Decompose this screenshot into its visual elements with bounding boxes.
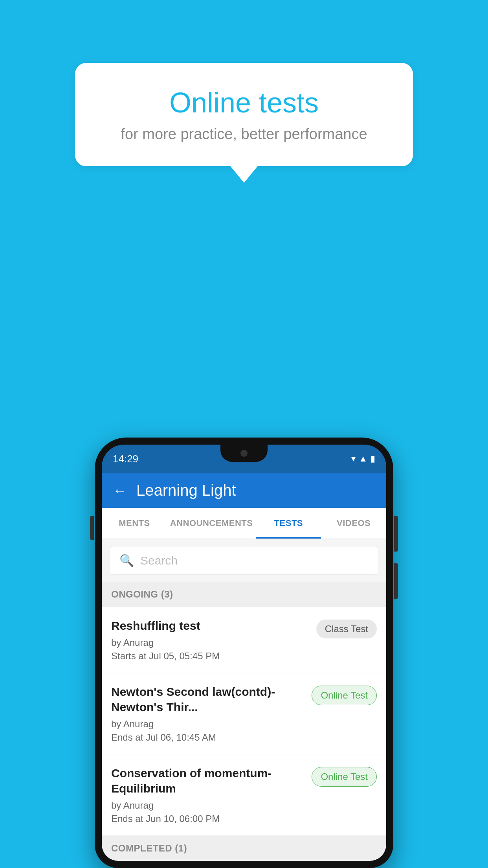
status-bar: 14:29 ▾ ▲ ▮ — [102, 445, 386, 473]
search-placeholder: Search — [140, 554, 178, 567]
test-author-3: by Anurag — [111, 800, 305, 811]
test-badge-2: Online Test — [312, 686, 377, 705]
test-item-1[interactable]: Reshuffling test by Anurag Starts at Jul… — [102, 607, 386, 673]
ongoing-section-header: ONGOING (3) — [102, 582, 386, 607]
test-name-2: Newton's Second law(contd)-Newton's Thir… — [111, 684, 305, 715]
tab-announcements[interactable]: ANNOUNCEMENTS — [167, 508, 256, 539]
speech-bubble-container: Online tests for more practice, better p… — [75, 63, 413, 166]
app-title: Learning Light — [136, 482, 236, 499]
test-badge-1: Class Test — [316, 620, 377, 638]
completed-section-header: COMPLETED (1) — [102, 836, 386, 861]
test-item-3[interactable]: Conservation of momentum-Equilibrium by … — [102, 754, 386, 836]
search-icon: 🔍 — [119, 554, 134, 567]
completed-section-title: COMPLETED (1) — [111, 843, 187, 853]
phone-notch — [220, 445, 268, 462]
test-info-1: Reshuffling test by Anurag Starts at Jul… — [111, 618, 310, 662]
test-badge-3: Online Test — [312, 767, 377, 787]
camera-dot — [240, 450, 248, 457]
wifi-icon: ▾ — [351, 454, 356, 464]
app-header: ← Learning Light — [102, 473, 386, 508]
test-name-1: Reshuffling test — [111, 618, 310, 633]
test-time-3: Ends at Jun 10, 06:00 PM — [111, 813, 305, 824]
phone-side-button-left — [90, 516, 94, 540]
test-name-3: Conservation of momentum-Equilibrium — [111, 765, 305, 796]
speech-bubble: Online tests for more practice, better p… — [75, 63, 413, 166]
phone-wrapper: 14:29 ▾ ▲ ▮ ← Learning Light MENTS — [95, 438, 393, 868]
bubble-subtitle: for more practice, better performance — [103, 126, 385, 143]
test-author-2: by Anurag — [111, 719, 305, 730]
back-button[interactable]: ← — [113, 482, 127, 499]
tests-list: Reshuffling test by Anurag Starts at Jul… — [102, 607, 386, 836]
status-icons: ▾ ▲ ▮ — [351, 454, 375, 464]
tab-tests[interactable]: TESTS — [256, 508, 321, 539]
search-bar[interactable]: 🔍 Search — [110, 546, 378, 575]
bubble-title: Online tests — [103, 86, 385, 119]
phone-inner: 14:29 ▾ ▲ ▮ ← Learning Light MENTS — [102, 445, 386, 861]
search-container: 🔍 Search — [102, 539, 386, 582]
phone-side-button-right-1 — [394, 516, 398, 552]
phone-frame: 14:29 ▾ ▲ ▮ ← Learning Light MENTS — [95, 438, 393, 868]
tab-bar: MENTS ANNOUNCEMENTS TESTS VIDEOS — [102, 508, 386, 539]
tab-ments[interactable]: MENTS — [102, 508, 167, 539]
test-item-2[interactable]: Newton's Second law(contd)-Newton's Thir… — [102, 673, 386, 754]
battery-icon: ▮ — [371, 454, 375, 464]
test-author-1: by Anurag — [111, 637, 310, 648]
test-info-3: Conservation of momentum-Equilibrium by … — [111, 765, 305, 824]
status-time: 14:29 — [113, 453, 138, 465]
phone-side-button-right-2 — [394, 563, 398, 599]
ongoing-section-title: ONGOING (3) — [111, 589, 173, 600]
tab-videos[interactable]: VIDEOS — [321, 508, 386, 539]
test-time-2: Ends at Jul 06, 10:45 AM — [111, 732, 305, 743]
test-info-2: Newton's Second law(contd)-Newton's Thir… — [111, 684, 305, 743]
test-time-1: Starts at Jul 05, 05:45 PM — [111, 651, 310, 662]
signal-icon: ▲ — [359, 454, 367, 464]
